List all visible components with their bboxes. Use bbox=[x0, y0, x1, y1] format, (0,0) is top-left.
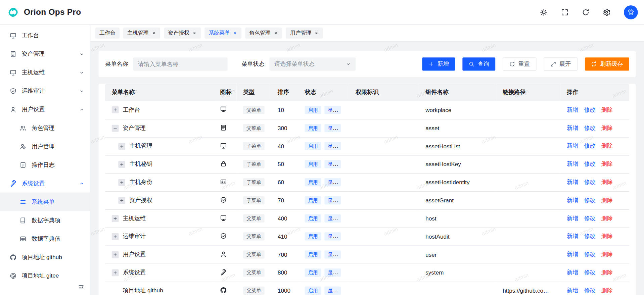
row-edit-link[interactable]: 修改 bbox=[584, 269, 595, 276]
tab-close-icon[interactable] bbox=[274, 31, 278, 35]
sidebar-item[interactable]: 数据字典值 bbox=[0, 230, 90, 248]
row-add-link[interactable]: 新增 bbox=[567, 125, 578, 131]
sidebar-item[interactable]: 项目地址 gitee bbox=[0, 266, 90, 285]
theme-button[interactable] bbox=[540, 8, 548, 16]
cell-component: assetHostIdentity bbox=[419, 173, 496, 191]
expand-row-button[interactable] bbox=[112, 215, 119, 222]
tab-close-icon[interactable] bbox=[314, 31, 319, 35]
row-edit-link[interactable]: 修改 bbox=[584, 160, 595, 167]
desktop-icon bbox=[220, 214, 227, 221]
expand-row-button[interactable] bbox=[112, 269, 119, 276]
tab-close-icon[interactable] bbox=[151, 31, 156, 35]
row-add-link[interactable]: 新增 bbox=[567, 251, 578, 257]
menu-name-text: 主机身份 bbox=[129, 179, 152, 186]
tab-close-icon[interactable] bbox=[192, 31, 196, 35]
row-delete-link[interactable]: 删除 bbox=[601, 106, 613, 113]
row-add-link[interactable]: 新增 bbox=[567, 287, 578, 294]
tab-label: 角色管理 bbox=[249, 29, 271, 37]
sidebar-collapse-button[interactable] bbox=[77, 283, 85, 291]
row-add-link[interactable]: 新增 bbox=[567, 179, 578, 185]
tab-item[interactable]: 主机管理 bbox=[123, 27, 160, 38]
cell-icon bbox=[214, 209, 237, 228]
row-add-link[interactable]: 新增 bbox=[567, 215, 578, 222]
tab-item[interactable]: 资产授权 bbox=[164, 27, 201, 38]
row-delete-link[interactable]: 删除 bbox=[601, 269, 613, 276]
cell-icon bbox=[214, 228, 237, 246]
row-edit-link[interactable]: 修改 bbox=[584, 197, 595, 203]
row-delete-link[interactable]: 删除 bbox=[601, 160, 613, 167]
sidebar-item[interactable]: 系统设置 bbox=[0, 174, 90, 193]
row-delete-link[interactable]: 删除 bbox=[601, 197, 613, 203]
row-delete-link[interactable]: 删除 bbox=[601, 125, 613, 131]
fullscreen-button[interactable] bbox=[561, 8, 568, 16]
tab-item[interactable]: 用户管理 bbox=[286, 27, 323, 38]
row-delete-link[interactable]: 删除 bbox=[601, 287, 613, 294]
sidebar-item[interactable]: 操作日志 bbox=[0, 156, 90, 174]
row-add-link[interactable]: 新增 bbox=[567, 142, 578, 149]
expand-button[interactable]: 展开 bbox=[544, 57, 578, 70]
row-edit-link[interactable]: 修改 bbox=[584, 233, 595, 240]
tab-close-icon[interactable] bbox=[233, 31, 237, 35]
table-row: 工作台父菜单10启用显示workplace新增修改删除 bbox=[105, 101, 629, 119]
cell-link bbox=[496, 209, 560, 228]
menu-status-select[interactable]: 请选择菜单状态 bbox=[269, 57, 356, 70]
expand-row-button[interactable] bbox=[118, 179, 125, 186]
row-add-link[interactable]: 新增 bbox=[567, 233, 578, 240]
collapse-row-button[interactable] bbox=[112, 125, 119, 132]
expand-row-button[interactable] bbox=[118, 197, 125, 204]
expand-row-button[interactable] bbox=[112, 251, 119, 258]
refresh-button[interactable] bbox=[582, 8, 589, 16]
menu-table-card: 菜单名称图标类型排序状态权限标识组件名称链接路径操作 工作台父菜单10启用显示w… bbox=[99, 84, 636, 295]
sidebar-item[interactable]: 工作台 bbox=[0, 26, 90, 45]
row-delete-link[interactable]: 删除 bbox=[601, 233, 613, 240]
tab-item[interactable]: 角色管理 bbox=[245, 27, 282, 38]
row-add-link[interactable]: 新增 bbox=[567, 269, 578, 276]
row-edit-link[interactable]: 修改 bbox=[584, 142, 595, 149]
row-edit-link[interactable]: 修改 bbox=[584, 215, 595, 222]
sidebar-item[interactable]: 用户设置 bbox=[0, 100, 90, 118]
tab-item[interactable]: 工作台 bbox=[95, 27, 120, 38]
row-delete-link[interactable]: 删除 bbox=[601, 142, 613, 149]
row-edit-link[interactable]: 修改 bbox=[584, 125, 595, 131]
sidebar-item[interactable]: 运维审计 bbox=[0, 82, 90, 100]
sidebar-item[interactable]: 系统菜单 bbox=[0, 193, 90, 211]
expand-row-button[interactable] bbox=[112, 106, 119, 113]
sidebar-item[interactable]: 项目地址 github bbox=[0, 248, 90, 266]
row-add-link[interactable]: 新增 bbox=[567, 160, 578, 167]
add-button[interactable]: 新增 bbox=[422, 57, 455, 70]
row-delete-link[interactable]: 删除 bbox=[601, 179, 613, 185]
sidebar-item[interactable]: 主机运维 bbox=[0, 63, 90, 82]
type-badge: 子菜单 bbox=[243, 178, 265, 186]
cell-type: 父菜单 bbox=[237, 263, 271, 282]
menu-name-input[interactable] bbox=[133, 57, 227, 70]
sidebar-item[interactable]: 数据字典项 bbox=[0, 211, 90, 230]
reset-button[interactable]: 重置 bbox=[503, 57, 536, 70]
row-delete-link[interactable]: 删除 bbox=[601, 251, 613, 257]
users-icon bbox=[20, 125, 27, 131]
sidebar-item[interactable]: 用户管理 bbox=[0, 137, 90, 156]
cell-status: 启用显示 bbox=[298, 228, 349, 246]
row-add-link[interactable]: 新增 bbox=[567, 197, 578, 203]
user-avatar[interactable]: 管 bbox=[624, 5, 638, 19]
sidebar: 工作台资产管理主机运维运维审计用户设置角色管理用户管理操作日志系统设置系统菜单数… bbox=[0, 24, 90, 295]
tab-item[interactable]: 系统菜单 bbox=[204, 27, 241, 38]
sidebar-item[interactable]: 资产管理 bbox=[0, 45, 90, 63]
cell-actions: 新增修改删除 bbox=[560, 263, 629, 282]
refresh-cache-button[interactable]: 刷新缓存 bbox=[585, 57, 629, 70]
table-row: 资产授权子菜单70启用显示assetGrant新增修改删除 bbox=[105, 191, 629, 209]
row-add-link[interactable]: 新增 bbox=[567, 106, 578, 113]
gear-button[interactable] bbox=[603, 8, 610, 16]
row-edit-link[interactable]: 修改 bbox=[584, 179, 595, 185]
plus-icon bbox=[120, 180, 124, 184]
expand-row-button[interactable] bbox=[118, 161, 125, 168]
type-badge: 父菜单 bbox=[243, 250, 265, 258]
row-edit-link[interactable]: 修改 bbox=[584, 287, 595, 294]
expand-row-button[interactable] bbox=[118, 143, 125, 150]
sidebar-item[interactable]: 角色管理 bbox=[0, 119, 90, 137]
table-row: 主机秘钥子菜单50启用显示assetHostKey新增修改删除 bbox=[105, 155, 629, 173]
query-button[interactable]: 查询 bbox=[462, 57, 495, 70]
row-edit-link[interactable]: 修改 bbox=[584, 251, 595, 257]
expand-row-button[interactable] bbox=[112, 233, 119, 240]
row-delete-link[interactable]: 删除 bbox=[601, 215, 613, 222]
row-edit-link[interactable]: 修改 bbox=[584, 106, 595, 113]
